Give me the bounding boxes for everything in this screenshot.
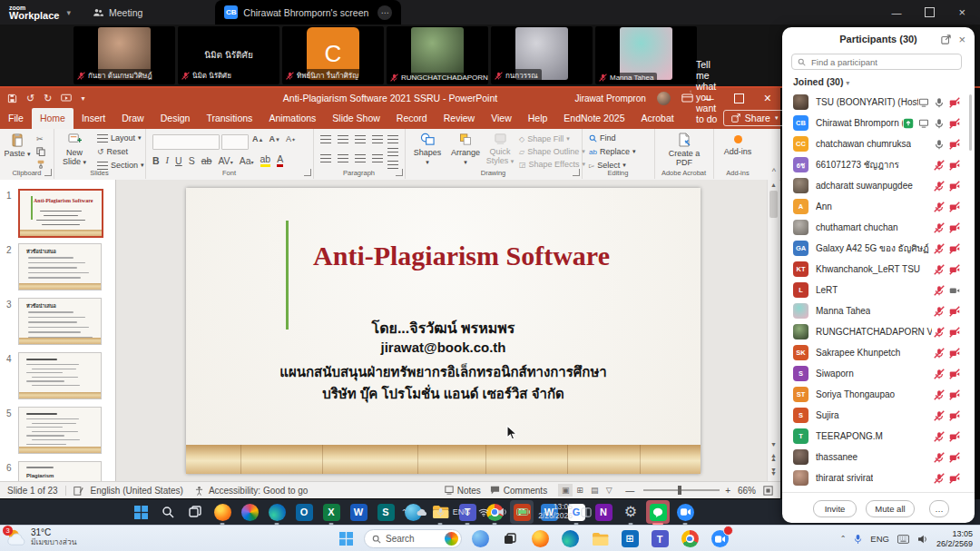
align-text-icon[interactable] <box>387 148 398 156</box>
more-options-button[interactable]: … <box>929 500 949 517</box>
minimize-button[interactable]: — <box>704 93 714 103</box>
slide-byline[interactable]: โดย...จิรวัฒน์ พรหมพร <box>186 317 701 339</box>
participant-row[interactable]: TSU (BOONYARIT) (Host, me) <box>782 92 969 113</box>
chrome-icon[interactable] <box>678 527 701 551</box>
file-explorer-icon[interactable] <box>588 527 612 551</box>
zoom-slider-thumb[interactable] <box>678 486 681 495</box>
participant-row[interactable]: 6ช661071273 ชัญฎากร <box>782 154 969 175</box>
search-icon[interactable]: Search <box>364 527 462 551</box>
close-panel-icon[interactable]: × <box>958 33 965 46</box>
italic-button[interactable]: I <box>166 155 170 165</box>
format-painter-button[interactable] <box>36 160 45 169</box>
mic-off-icon[interactable] <box>934 243 945 254</box>
line-icon[interactable] <box>646 500 670 524</box>
video-off-icon[interactable] <box>949 139 960 150</box>
shapes-button[interactable]: Shapes▾ <box>410 133 445 167</box>
mic-off-icon[interactable] <box>934 202 945 212</box>
mic-off-icon[interactable] <box>934 348 945 359</box>
paste-button[interactable]: Paste ▾ <box>0 133 34 158</box>
slide-company[interactable]: บริษัท บุ๊ค โปรโมชั่น แอนด์ เซอร์วิส จำก… <box>186 383 701 405</box>
participant-row[interactable]: chuthamart chuchan <box>782 217 969 238</box>
slide-sorter-view-button[interactable]: ⊞ <box>573 484 587 497</box>
video-tile[interactable]: กันยา ต้นเกษมวิศิษฎ์ <box>74 26 175 84</box>
slide-thumbnail-preview[interactable] <box>18 407 102 454</box>
sharepoint-icon[interactable]: S <box>374 500 397 524</box>
account-name[interactable]: Jirawat Prompron <box>574 93 645 103</box>
video-off-icon[interactable] <box>949 369 960 379</box>
strikethrough-button[interactable]: ab <box>201 155 212 166</box>
ribbon-tab-insert[interactable]: Insert <box>74 108 113 129</box>
battery-icon[interactable] <box>516 508 530 516</box>
mic-on-icon[interactable] <box>934 118 945 129</box>
reset-button[interactable]: ↺Reset <box>97 147 128 156</box>
ribbon-tab-view[interactable]: View <box>483 108 520 129</box>
restore-button[interactable] <box>734 93 744 103</box>
slide-title[interactable]: Anti-Plagiarism Software <box>240 241 682 271</box>
notes-pencil-icon[interactable] <box>74 486 83 496</box>
text-direction-icon[interactable] <box>387 135 398 143</box>
video-off-icon[interactable] <box>949 306 960 317</box>
normal-view-button[interactable]: ▣ <box>558 484 573 497</box>
participants-scrollbar[interactable] <box>969 94 972 151</box>
video-off-icon[interactable] <box>949 97 960 108</box>
mic-off-icon[interactable] <box>934 452 945 463</box>
joined-section-header[interactable]: Joined (30) ▾ <box>793 76 849 87</box>
participant-row[interactable]: KTKhwanchanok_LeRT TSU <box>782 259 969 280</box>
mic-off-icon[interactable] <box>934 222 945 233</box>
zoom-slider[interactable] <box>643 489 720 491</box>
video-off-icon[interactable] <box>949 264 960 275</box>
video-tile[interactable]: นิมิต นิรัติศัยนิมิต นิรัติศัย <box>178 26 279 84</box>
increase-font-button[interactable]: A▲ <box>252 134 263 143</box>
zoom-percent[interactable]: 66% <box>738 486 756 496</box>
video-off-icon[interactable] <box>949 389 960 400</box>
video-tile[interactable]: RUNGCHATCHADAPORN VAH... <box>387 26 488 84</box>
edge-icon[interactable] <box>265 500 289 524</box>
ribbon-tab-design[interactable]: Design <box>152 108 199 129</box>
ribbon-tab-record[interactable]: Record <box>388 108 436 129</box>
account-avatar[interactable] <box>657 92 671 105</box>
onedrive-icon[interactable] <box>416 508 428 517</box>
participant-row[interactable]: AAnn <box>782 196 969 217</box>
layout-button[interactable]: Layout▾ <box>97 133 142 143</box>
video-tile[interactable]: กนกวรรณ <box>491 26 593 84</box>
font-dialog-launcher[interactable] <box>304 169 311 176</box>
tab-shared-screen[interactable]: CB Chirawat Bhromporn's screen ⋯ <box>215 0 401 25</box>
task-view-icon[interactable] <box>183 500 207 524</box>
mic-off-icon[interactable] <box>934 306 945 317</box>
close-button[interactable]: × <box>958 5 965 19</box>
accessibility-icon[interactable] <box>194 486 204 496</box>
mic-off-icon[interactable] <box>934 473 945 484</box>
participant-row[interactable]: STSoriya Thongaupao <box>782 384 969 405</box>
shape-fill-button[interactable]: ◇Shape Fill▾ <box>519 134 570 143</box>
close-button[interactable]: × <box>764 91 771 105</box>
edge-icon[interactable] <box>558 527 582 551</box>
tab-meeting[interactable]: Meeting <box>83 0 152 25</box>
mic-tray-icon[interactable] <box>854 534 862 545</box>
tab-more-icon[interactable]: ⋯ <box>377 5 392 20</box>
editor-scrollbar[interactable]: ▲ ▼ ▲▲ ▼▼ <box>767 180 779 481</box>
collapse-ribbon-icon[interactable]: ^ <box>772 167 776 176</box>
participant-row[interactable]: RUNGCHATCHADAPORN VAHACHART <box>782 321 969 342</box>
ribbon-tab-transitions[interactable]: Transitions <box>198 108 260 129</box>
slide-email[interactable]: jirawat@book.co.th <box>186 339 701 355</box>
video-off-icon[interactable] <box>949 160 960 171</box>
video-tile[interactable]: Cทิพย์นิภา รื่นก้าศิรัญ <box>282 26 384 84</box>
mute-all-button[interactable]: Mute all <box>866 500 915 517</box>
slide-counter[interactable]: Slide 1 of 23 <box>7 486 58 496</box>
participant-row[interactable]: SSiwaporn <box>782 363 969 384</box>
participant-row[interactable]: TTEERAPONG.M <box>782 426 969 447</box>
increase-indent-icon[interactable] <box>372 135 383 143</box>
align-center-icon[interactable] <box>338 154 348 162</box>
justify-icon[interactable] <box>372 154 383 162</box>
decrease-indent-icon[interactable] <box>355 135 366 143</box>
arrange-button[interactable]: Arrange▾ <box>448 133 483 167</box>
font-size-box[interactable] <box>221 134 249 150</box>
slide-thumbnail-preview[interactable]: หัวข้อนำเสนอ <box>18 243 102 290</box>
scroll-down-icon[interactable]: ▼ <box>770 441 777 448</box>
host-clock-time[interactable]: 13:05 <box>936 529 973 539</box>
scroll-up-icon[interactable]: ▲ <box>770 182 777 188</box>
mic-off-icon[interactable] <box>934 285 945 296</box>
notification-icon[interactable] <box>581 507 592 517</box>
cut-button[interactable]: ✂ <box>36 134 44 143</box>
firefox-icon[interactable] <box>528 527 552 551</box>
